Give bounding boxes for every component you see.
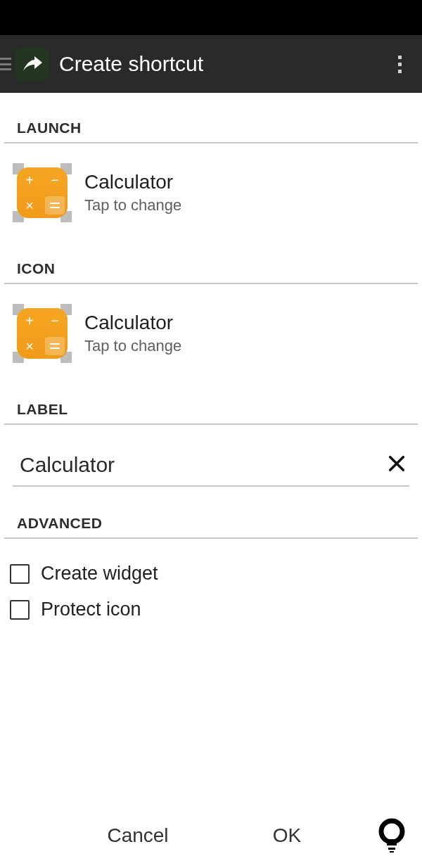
app-bar: Create shortcut bbox=[0, 35, 422, 93]
svg-rect-1 bbox=[387, 839, 397, 845]
page-title: Create shortcut bbox=[59, 52, 385, 76]
icon-title: Calculator bbox=[84, 312, 181, 334]
bottom-bar: Cancel OK bbox=[0, 803, 422, 868]
lightbulb-icon bbox=[376, 817, 407, 854]
svg-point-0 bbox=[381, 821, 402, 842]
protect-icon-label: Protect icon bbox=[41, 599, 141, 620]
icon-row[interactable]: +−× Calculator Tap to change bbox=[0, 284, 422, 373]
advanced-options: Create widget Protect icon bbox=[0, 539, 422, 644]
section-header-launch: LAUNCH bbox=[4, 93, 418, 143]
svg-rect-3 bbox=[390, 851, 394, 853]
icon-text: Calculator Tap to change bbox=[84, 312, 181, 355]
create-widget-checkbox[interactable] bbox=[10, 564, 30, 584]
ok-button[interactable]: OK bbox=[212, 824, 362, 847]
launch-row[interactable]: +−× Calculator Tap to change bbox=[0, 143, 422, 232]
label-input[interactable] bbox=[13, 446, 384, 481]
launch-subtitle: Tap to change bbox=[84, 196, 181, 215]
hint-button[interactable] bbox=[362, 817, 422, 854]
calculator-icon: +−× bbox=[13, 304, 72, 363]
create-widget-row[interactable]: Create widget bbox=[10, 556, 412, 592]
protect-icon-checkbox[interactable] bbox=[10, 600, 30, 620]
section-header-icon: ICON bbox=[4, 232, 418, 284]
overflow-menu-button[interactable] bbox=[385, 50, 414, 78]
section-header-label: LABEL bbox=[4, 373, 418, 425]
icon-subtitle: Tap to change bbox=[84, 337, 181, 355]
hamburger-icon[interactable] bbox=[0, 58, 11, 70]
svg-rect-2 bbox=[388, 848, 395, 850]
label-input-row bbox=[13, 446, 409, 487]
cancel-button[interactable]: Cancel bbox=[63, 824, 212, 847]
calculator-icon: +−× bbox=[13, 163, 72, 222]
section-header-advanced: ADVANCED bbox=[4, 487, 418, 539]
launch-text: Calculator Tap to change bbox=[84, 171, 181, 215]
content-area: LAUNCH +−× Calculator Tap to change ICON… bbox=[0, 93, 422, 644]
status-bar bbox=[0, 0, 422, 35]
share-arrow-icon bbox=[22, 56, 43, 72]
launch-title: Calculator bbox=[84, 171, 181, 193]
create-widget-label: Create widget bbox=[41, 563, 158, 585]
app-icon[interactable] bbox=[15, 47, 49, 81]
clear-label-button[interactable] bbox=[384, 451, 409, 476]
close-icon bbox=[387, 454, 407, 473]
protect-icon-row[interactable]: Protect icon bbox=[10, 592, 412, 627]
